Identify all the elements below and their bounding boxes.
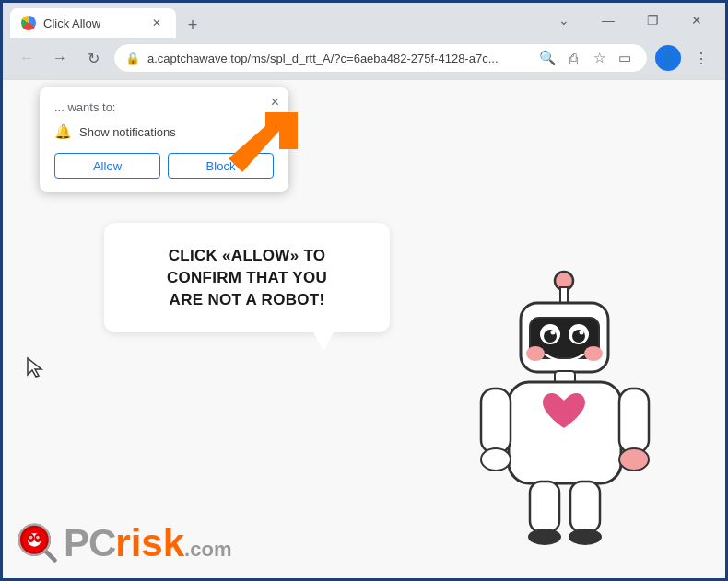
bubble-text-line1: CLICK «ALLOW» TO CONFIRM THAT YOU xyxy=(132,245,362,289)
svg-point-6 xyxy=(526,346,545,361)
maximize-button[interactable]: ❐ xyxy=(631,6,674,35)
svg-point-31 xyxy=(29,536,33,540)
pcrisk-logo: PCrisk.com xyxy=(16,521,231,565)
tab-favicon xyxy=(21,16,36,30)
robot-character xyxy=(476,264,652,553)
bell-icon: 🔔 xyxy=(54,123,72,140)
window-controls: ⌄ — ❐ ✕ xyxy=(543,6,718,35)
allow-button[interactable]: Allow xyxy=(54,153,160,179)
dotcom-text: .com xyxy=(184,538,231,561)
svg-point-32 xyxy=(36,536,40,540)
pc-text: PC xyxy=(64,521,115,564)
svg-rect-15 xyxy=(509,382,621,483)
title-bar: Click Allow ✕ + ⌄ — ❐ ✕ xyxy=(3,3,725,38)
menu-button[interactable]: ⋮ xyxy=(688,45,714,71)
bookmark-icon[interactable]: ☆ xyxy=(588,47,610,69)
svg-point-23 xyxy=(569,529,602,545)
new-tab-button[interactable]: + xyxy=(180,12,205,38)
search-url-icon[interactable]: 🔍 xyxy=(536,47,558,69)
tab-title: Click Allow xyxy=(43,17,141,30)
page-content: × ... wants to: 🔔 Show notifications All… xyxy=(3,80,725,578)
svg-marker-1 xyxy=(229,112,298,172)
robot-svg xyxy=(476,264,652,550)
svg-rect-20 xyxy=(530,482,559,532)
tab-close-button[interactable]: ✕ xyxy=(148,15,165,31)
mouse-cursor xyxy=(26,356,44,383)
svg-rect-16 xyxy=(481,389,511,453)
svg-point-19 xyxy=(619,448,649,471)
refresh-button[interactable]: ↻ xyxy=(80,45,106,71)
url-text: a.captchawave.top/ms/spl_d_rtt_A/?c=6aeb… xyxy=(147,52,529,65)
address-bar: ← → ↻ 🔒 a.captchawave.top/ms/spl_d_rtt_A… xyxy=(3,38,725,78)
orange-arrow xyxy=(215,108,298,194)
svg-point-17 xyxy=(481,448,511,471)
svg-point-13 xyxy=(580,331,584,335)
close-button[interactable]: ✕ xyxy=(675,6,718,35)
profile-button[interactable]: 👤 xyxy=(655,45,681,71)
risk-text: risk xyxy=(115,521,184,564)
forward-button[interactable]: → xyxy=(47,45,73,71)
svg-rect-18 xyxy=(619,389,649,453)
svg-line-29 xyxy=(45,551,54,560)
popup-show-notifications-label: Show notifications xyxy=(79,125,176,139)
window-settings-icon[interactable]: ⌄ xyxy=(543,6,585,35)
svg-rect-22 xyxy=(570,482,600,532)
share-icon[interactable]: ⎙ xyxy=(562,47,584,69)
tab-bar: Click Allow ✕ + xyxy=(10,3,537,38)
svg-point-21 xyxy=(528,529,561,545)
lock-icon: 🔒 xyxy=(125,52,140,65)
sidebar-icon[interactable]: ▭ xyxy=(614,47,636,69)
chrome-window: Click Allow ✕ + ⌄ — ❐ ✕ ← → ↻ 🔒 a.captch… xyxy=(3,3,725,578)
url-action-icons: 🔍 ⎙ ☆ ▭ xyxy=(536,47,636,69)
speech-bubble: CLICK «ALLOW» TO CONFIRM THAT YOU ARE NO… xyxy=(104,223,390,332)
svg-point-12 xyxy=(551,331,556,335)
active-tab[interactable]: Click Allow ✕ xyxy=(10,8,176,38)
svg-point-7 xyxy=(584,346,603,361)
url-bar[interactable]: 🔒 a.captchawave.top/ms/spl_d_rtt_A/?c=6a… xyxy=(113,43,648,73)
minimize-button[interactable]: — xyxy=(587,6,629,35)
pcrisk-text-group: PCrisk.com xyxy=(64,521,231,565)
pcrisk-logo-icon xyxy=(16,521,60,565)
back-button[interactable]: ← xyxy=(14,45,40,71)
bubble-text-line2: ARE NOT A ROBOT! xyxy=(132,289,362,311)
